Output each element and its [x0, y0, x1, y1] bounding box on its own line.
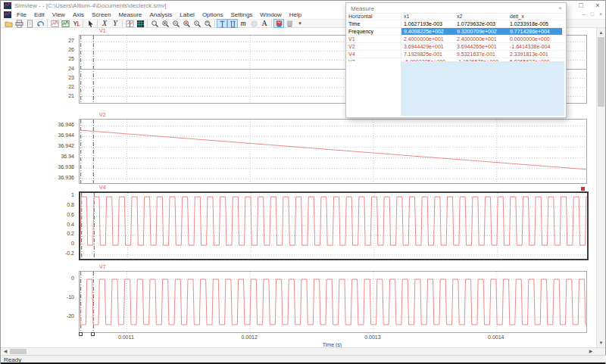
measure-cell: 0.0000000e+000 — [508, 36, 562, 42]
horizontal-scrollbar-thumb[interactable] — [10, 349, 27, 354]
menu-edit[interactable]: Edit — [30, 11, 48, 19]
mdi-restore-button[interactable]: □ — [591, 11, 594, 18]
vertical-scrollbar-thumb[interactable] — [598, 37, 604, 107]
scroll-up-icon[interactable]: ▲ — [597, 29, 605, 36]
cursor-chart-button[interactable] — [124, 19, 135, 28]
xtick-0.0011: 0.0011 — [109, 334, 142, 340]
menu-options[interactable]: Options — [198, 11, 227, 19]
horizontal-scrollbar[interactable]: ◀ ▶ — [1, 347, 605, 355]
measure-panel — [346, 61, 564, 116]
zoom-select-button[interactable] — [149, 19, 160, 28]
ytick-V4-0.8: 0.8 — [1, 202, 74, 207]
menu-file[interactable]: File — [13, 11, 30, 19]
menu-screen[interactable]: Screen — [88, 11, 114, 19]
document-icon — [4, 11, 11, 18]
measure-dialog-titlebar[interactable]: Measure × — [346, 3, 566, 14]
zoom-in-button[interactable] — [160, 19, 170, 28]
zoom-in-icon — [161, 20, 170, 28]
measure-row-V1[interactable]: V12.4000000e+0012.4000000e+0010.0000000e… — [346, 36, 564, 43]
copy-button[interactable] — [24, 19, 35, 28]
zoom-out-button[interactable] — [170, 19, 181, 28]
measure-cell: 9.3200709e+002 — [454, 28, 508, 35]
mdi-minimize-button[interactable]: – — [583, 11, 586, 18]
measure-row-Time[interactable]: Time1.0627193e-0031.0729632e-0031.023391… — [346, 20, 564, 28]
plot-V4[interactable] — [79, 191, 589, 260]
zoom-previous-icon — [193, 20, 201, 28]
zoom-previous-button[interactable] — [192, 19, 202, 28]
measure-cell: 2.4000000e+001 — [454, 36, 508, 42]
menu-help[interactable]: Help — [286, 11, 305, 19]
cursor-handle-1[interactable] — [79, 332, 83, 336]
measure-dialog-close-icon[interactable]: × — [558, 5, 562, 11]
select-mode-button[interactable] — [85, 19, 95, 28]
toolbar-separator — [47, 20, 48, 27]
menu-axis[interactable]: Axis — [69, 11, 88, 19]
cursor-1-button[interactable] — [217, 19, 227, 28]
plot-V2[interactable] — [79, 119, 587, 184]
ytick-V1-24: 24 — [1, 66, 74, 71]
measure-cell: 7.1929825e-001 — [401, 51, 454, 58]
x-scale-button[interactable]: X — [99, 19, 110, 28]
measure-cell: 9.4098225e+002 — [401, 28, 454, 35]
menu-window[interactable]: Window — [256, 11, 285, 19]
zoom-fit-button[interactable] — [181, 19, 192, 28]
scroll-down-icon[interactable]: ▼ — [597, 339, 605, 347]
ytick-V4-0.6: 0.6 — [1, 212, 74, 217]
menu-label[interactable]: Label — [176, 11, 198, 19]
measure-cell: 1.0627193e-003 — [401, 20, 454, 27]
xtick-0.0013: 0.0013 — [356, 334, 389, 340]
open-file-button[interactable] — [3, 19, 14, 28]
measure-values-button[interactable]: m — [238, 19, 248, 28]
screen-colors-button[interactable] — [135, 19, 145, 28]
measure-cell: 9.7714286e+004 — [508, 28, 562, 35]
y-axis-signals-button[interactable]: Y — [70, 19, 81, 28]
app-icon — [4, 2, 11, 9]
zoom-refresh-button[interactable] — [202, 19, 213, 28]
cursor-handle-2[interactable] — [91, 332, 95, 336]
magnifier-icon — [151, 20, 159, 28]
menu-analysis[interactable]: Analysis — [146, 11, 176, 19]
plot-title-V1: V1 — [99, 28, 106, 33]
chevron-down-icon: ▾ — [298, 20, 301, 26]
ytick-V2-36.938: 36.938 — [1, 164, 74, 170]
measure-cell: 2.4000000e+001 — [401, 36, 454, 42]
undo-button[interactable] — [35, 19, 45, 28]
print-button[interactable] — [14, 19, 24, 28]
y-scale-button[interactable]: Y — [110, 19, 120, 28]
copy-page-icon — [26, 20, 34, 28]
maximize-button[interactable]: □ — [576, 1, 586, 11]
x-axis-label: Time (s) — [310, 342, 355, 347]
scroll-left-icon[interactable]: ◀ — [2, 348, 9, 355]
measure-row-label: V1 — [346, 36, 401, 42]
zoom-out-icon — [172, 20, 180, 28]
measure-row-V2[interactable]: V23.6944429e+0013.6944265e+001-1.6414338… — [346, 43, 564, 51]
measure-table: Horizontalx1x2delt_xTime1.0627193e-0031.… — [346, 13, 564, 66]
menu-settings[interactable]: Settings — [226, 11, 256, 19]
plot-V7[interactable] — [79, 271, 587, 333]
mdi-close-button[interactable]: × — [599, 11, 602, 18]
measure-flag-button[interactable] — [284, 19, 295, 28]
overlay-curves-button[interactable] — [60, 19, 70, 28]
add-screen-button[interactable] — [49, 19, 60, 28]
text-a-icon: A — [261, 20, 267, 27]
measure-dialog-button[interactable] — [273, 19, 284, 28]
ytick-V2-36.946: 36.946 — [1, 122, 74, 127]
toolbar-separator — [83, 20, 83, 27]
close-button[interactable]: × — [593, 1, 602, 11]
cursor-2-button[interactable] — [227, 19, 238, 28]
ytick-V1-21: 21 — [1, 93, 74, 98]
menu-view[interactable]: View — [48, 11, 69, 19]
vertical-scrollbar[interactable]: ▲ ▼ — [596, 28, 605, 347]
toolbar-overflow-button[interactable]: ▾ — [295, 19, 305, 28]
undo-arrow-icon — [36, 20, 45, 28]
select-arrow-icon — [86, 20, 95, 28]
snap-cursor-button[interactable] — [248, 19, 259, 28]
menu-measure[interactable]: Measure — [114, 11, 145, 19]
scroll-right-icon[interactable]: ▶ — [587, 348, 595, 355]
measure-row-Frequency[interactable]: Frequency9.4098225e+0029.3200709e+0029.7… — [346, 28, 564, 36]
measure-row-V4[interactable]: V47.1929825e-0019.5321637e-0012.3391813e… — [346, 51, 564, 58]
ytick-V7--20: -20 — [1, 313, 74, 319]
plot-title-V7: V7 — [99, 264, 106, 269]
add-text-label-button[interactable]: A — [259, 19, 270, 28]
chart-cursor-icon — [126, 20, 134, 28]
